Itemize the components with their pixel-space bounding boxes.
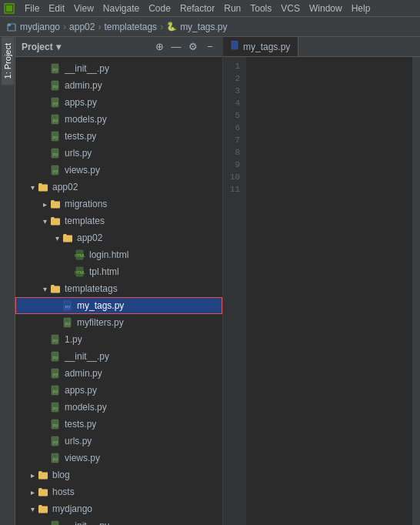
svg-text:py: py [53,152,58,156]
tree-item-init1[interactable]: py __init__.py [15,60,222,77]
svg-text:py: py [53,84,58,89]
tree-item-init3[interactable]: py __init__.py [15,517,222,525]
label-admin2: admin.py [65,368,102,379]
tree-item-blog[interactable]: blog [15,466,222,483]
line-number-gutter: 1 2 3 4 5 6 7 8 9 10 11 [223,57,246,525]
svg-rect-3 [8,24,11,26]
line-8: 8 [235,146,240,159]
arrow-migrations[interactable] [40,199,49,209]
scrollbar-vertical[interactable] [412,57,420,525]
arrow-mydjango[interactable] [28,504,37,513]
breadcrumb-templatetags[interactable]: templatetags [104,22,157,32]
label-init1: __init__.py [65,63,109,74]
label-models2: models.py [65,402,107,413]
editor-text-area[interactable] [246,57,412,525]
label-tests2: tests.py [65,419,96,430]
label-app02sub: app02 [77,232,102,243]
file-icon-init3: py [49,520,62,525]
breadcrumb-file[interactable]: my_tags.py [180,22,227,32]
tree-item-models2[interactable]: py models.py [15,399,222,416]
folder-icon-templates [49,215,62,227]
breadcrumb-app02[interactable]: app02 [69,22,95,32]
menu-run[interactable]: Run [219,2,245,15]
line-6: 6 [235,122,240,134]
line-4: 4 [235,97,240,109]
svg-text:py: py [53,169,58,173]
arrow-templates[interactable] [40,216,49,226]
folder-icon-hosts [37,486,49,498]
menu-help[interactable]: Help [347,2,375,15]
breadcrumb-mydjango[interactable]: mydjango [20,22,60,32]
tree-item-admin1[interactable]: py admin.py [15,77,222,94]
line-7: 7 [235,134,240,146]
tree-item-init2[interactable]: py __init__.py [15,348,222,365]
svg-text:HTML: HTML [75,253,85,258]
tree-item-mytags[interactable]: py my_tags.py [15,297,222,314]
tree-item-urls2[interactable]: py urls.py [15,433,222,450]
tree-item-apps1[interactable]: py apps.py [15,94,222,111]
tree-item-tests1[interactable]: py tests.py [15,128,222,145]
menu-refactor[interactable]: Refactor [175,2,219,15]
editor-tab-mytags[interactable]: my_tags.py [223,37,298,56]
file-icon-mytags: py [62,299,74,312]
line-2: 2 [235,72,240,85]
svg-text:HTML: HTML [75,270,85,275]
tree-item-views2[interactable]: py views.py [15,450,222,466]
vertical-tab-project[interactable]: 1: Project [2,37,14,85]
arrow-app02[interactable] [28,182,37,192]
project-panel: Project ▾ ⊕ — ⚙ − py __init__.py [15,37,223,525]
tree-item-models1[interactable]: py models.py [15,111,222,128]
menu-tools[interactable]: Tools [245,2,276,15]
menu-file[interactable]: File [20,2,44,15]
svg-rect-1 [6,5,12,12]
tree-item-urls1[interactable]: py urls.py [15,145,222,162]
tree-item-views1[interactable]: py views.py [15,162,222,179]
tree-item-myfilters[interactable]: py myfilters.py [15,314,222,331]
menubar: File Edit View Navigate Code Refactor Ru… [0,0,420,17]
file-icon-urls1: py [49,147,62,159]
minimize-button[interactable]: − [204,41,216,53]
tree-item-app02[interactable]: app02 [15,179,222,196]
globe-button[interactable]: ⊕ [153,41,165,53]
editor-content: 1 2 3 4 5 6 7 8 9 10 11 [223,57,420,525]
arrow-app02sub[interactable] [52,233,62,242]
menu-vcs[interactable]: VCS [276,2,305,15]
file-icon-admin1: py [49,79,62,92]
tree-item-onepy[interactable]: py 1.py [15,331,222,348]
label-models1: models.py [65,114,107,125]
tree-item-tplhtml[interactable]: HTML tpl.html [15,263,222,280]
folder-icon-app02 [37,181,49,193]
line-1: 1 [235,60,240,72]
label-templates: templates [65,216,105,226]
arrow-templatetags[interactable] [40,284,49,293]
tree-item-templatetags[interactable]: templatetags [15,280,222,297]
panel-dropdown-icon[interactable]: ▾ [56,42,61,52]
tree-item-admin2[interactable]: py admin.py [15,365,222,382]
menu-navigate[interactable]: Navigate [98,2,144,15]
menu-edit[interactable]: Edit [44,2,69,15]
label-mytags: my_tags.py [77,300,124,311]
tree-item-loginhtml[interactable]: HTML login.html [15,246,222,263]
tree-item-app02sub[interactable]: app02 [15,229,222,246]
svg-text:py: py [65,304,70,309]
svg-text:py: py [53,67,58,72]
tree-item-templates[interactable]: templates [15,212,222,229]
arrow-blog[interactable] [28,470,37,480]
label-apps2: apps.py [65,385,97,396]
tree-item-apps2[interactable]: py apps.py [15,382,222,399]
gear-button[interactable]: ⚙ [187,41,199,53]
file-icon-urls2: py [49,435,62,447]
line-3: 3 [235,85,240,97]
dash-button[interactable]: — [170,41,182,53]
menu-window[interactable]: Window [305,2,347,15]
tree-item-mydjango[interactable]: mydjango [15,500,222,517]
menu-view[interactable]: View [69,2,98,15]
tree-item-tests2[interactable]: py tests.py [15,416,222,433]
tree-item-hosts[interactable]: hosts [15,483,222,500]
tree-item-migrations[interactable]: migrations [15,196,222,212]
project-icon [6,22,17,32]
arrow-hosts[interactable] [28,487,37,497]
line-5: 5 [235,109,240,122]
label-app02: app02 [52,182,78,192]
menu-code[interactable]: Code [144,2,175,15]
